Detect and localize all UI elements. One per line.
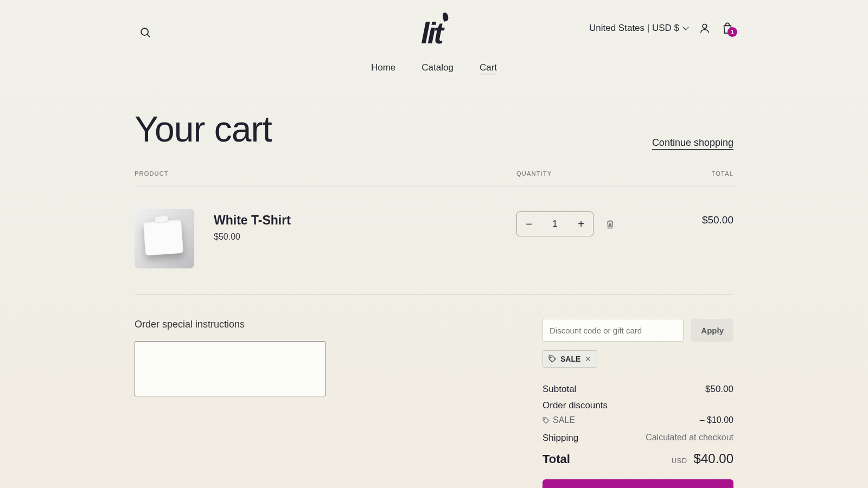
site-header: lit United States | USD $ 1 Home Catalog… bbox=[135, 0, 733, 84]
quantity-stepper: − 1 + bbox=[516, 211, 593, 236]
tag-icon bbox=[542, 417, 550, 424]
page-title: Your cart bbox=[135, 108, 272, 150]
account-button[interactable] bbox=[699, 22, 711, 34]
qty-value[interactable]: 1 bbox=[541, 219, 569, 229]
total-label: Total bbox=[542, 452, 570, 466]
product-thumbnail[interactable] bbox=[135, 209, 194, 268]
col-product: PRODUCT bbox=[135, 170, 516, 177]
nav-catalog[interactable]: Catalog bbox=[422, 62, 454, 74]
instructions-textarea[interactable] bbox=[135, 341, 326, 396]
col-total: TOTAL bbox=[668, 170, 733, 177]
svg-point-0 bbox=[141, 28, 148, 35]
col-quantity: QUANTITY bbox=[516, 170, 668, 177]
product-name[interactable]: White T-Shirt bbox=[214, 213, 516, 228]
search-icon bbox=[139, 27, 151, 38]
subtotal-value: $50.00 bbox=[705, 384, 733, 395]
total-value: $40.00 bbox=[694, 451, 733, 466]
cart-button[interactable]: 1 bbox=[722, 22, 733, 35]
discount-input[interactable] bbox=[542, 319, 684, 342]
product-price: $50.00 bbox=[214, 232, 516, 242]
remove-item-button[interactable] bbox=[605, 219, 615, 229]
user-icon bbox=[699, 22, 711, 34]
checkout-button[interactable]: Check out bbox=[542, 479, 733, 488]
logo-text: lit bbox=[421, 16, 442, 50]
shipping-value: Calculated at checkout bbox=[646, 433, 733, 444]
remove-discount-button[interactable]: ✕ bbox=[585, 355, 591, 363]
search-button[interactable] bbox=[135, 22, 156, 43]
locale-selector[interactable]: United States | USD $ bbox=[589, 23, 688, 34]
order-summary: Apply SALE ✕ Subtotal $50.00 Order disco… bbox=[542, 319, 733, 488]
discount-chip: SALE ✕ bbox=[542, 350, 597, 368]
order-discounts-label: Order discounts bbox=[542, 400, 608, 411]
apply-discount-button[interactable]: Apply bbox=[691, 319, 733, 342]
discount-chip-label: SALE bbox=[560, 355, 580, 363]
svg-point-2 bbox=[703, 24, 707, 28]
cart-badge: 1 bbox=[727, 27, 737, 37]
nav-home[interactable]: Home bbox=[371, 62, 395, 74]
primary-nav: Home Catalog Cart bbox=[371, 62, 497, 74]
chevron-down-icon bbox=[682, 24, 688, 30]
nav-cart[interactable]: Cart bbox=[480, 62, 497, 74]
trash-icon bbox=[605, 219, 615, 229]
subtotal-label: Subtotal bbox=[542, 384, 576, 395]
site-logo[interactable]: lit bbox=[421, 15, 447, 50]
svg-point-5 bbox=[550, 357, 551, 358]
qty-decrease-button[interactable]: − bbox=[517, 212, 541, 236]
instructions-label: Order special instructions bbox=[135, 319, 245, 330]
locale-label: United States | USD $ bbox=[589, 23, 679, 34]
qty-increase-button[interactable]: + bbox=[569, 212, 593, 236]
total-currency: USD bbox=[672, 457, 687, 465]
continue-shopping-link[interactable]: Continue shopping bbox=[652, 137, 733, 150]
tag-icon bbox=[548, 355, 556, 363]
line-total: $50.00 bbox=[668, 209, 733, 226]
svg-point-6 bbox=[544, 418, 545, 419]
cart-line-item: White T-Shirt $50.00 − 1 + $50.00 bbox=[135, 187, 733, 295]
cart-table-header: PRODUCT QUANTITY TOTAL bbox=[135, 170, 733, 187]
svg-line-1 bbox=[148, 35, 150, 37]
discount-line-value: – $10.00 bbox=[700, 415, 733, 425]
flame-icon bbox=[442, 12, 449, 22]
discount-line-label: SALE bbox=[553, 415, 575, 425]
shipping-label: Shipping bbox=[542, 433, 578, 444]
